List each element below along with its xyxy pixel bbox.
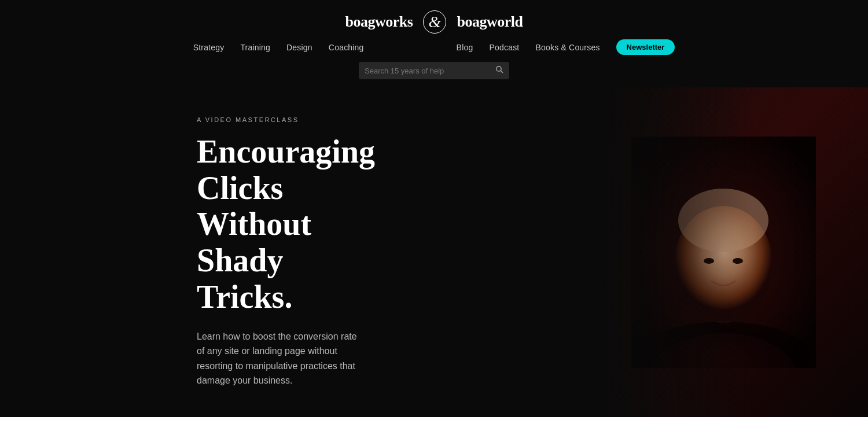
ampersand-divider: & <box>423 10 446 34</box>
hero-title: Encouraging Clicks Without Shady Tricks. <box>197 134 359 315</box>
logos-row: boagworks & boagworld <box>0 10 868 34</box>
content-section: The ideal course for designers, marketer… <box>0 417 868 442</box>
search-input[interactable] <box>365 67 495 75</box>
svg-point-7 <box>704 258 714 264</box>
nav-design[interactable]: Design <box>286 43 312 52</box>
nav-books-courses[interactable]: Books & Courses <box>535 43 599 52</box>
boagworks-logo[interactable]: boagworks <box>345 13 413 31</box>
nav-left-group: Strategy Training Design Coaching <box>193 43 364 52</box>
hero-image <box>579 87 868 417</box>
hero-section: A VIDEO MASTERCLASS Encouraging Clicks W… <box>0 87 868 417</box>
svg-point-8 <box>733 258 743 264</box>
person-silhouette <box>631 137 816 368</box>
hero-person-image <box>613 87 833 417</box>
search-row <box>0 62 868 79</box>
hero-subtitle: Learn how to boost the conversion rate o… <box>197 329 359 388</box>
svg-rect-4 <box>711 299 736 327</box>
main-nav: Strategy Training Design Coaching Blog P… <box>0 39 868 55</box>
search-bar[interactable] <box>359 62 509 79</box>
nav-blog[interactable]: Blog <box>457 43 473 52</box>
site-header: boagworks & boagworld Strategy Training … <box>0 0 868 87</box>
svg-point-6 <box>678 189 768 252</box>
svg-line-1 <box>501 71 503 73</box>
hero-content: A VIDEO MASTERCLASS Encouraging Clicks W… <box>0 87 359 417</box>
nav-coaching[interactable]: Coaching <box>329 43 364 52</box>
boagworld-logo[interactable]: boagworld <box>457 13 523 31</box>
nav-right-group: Blog Podcast Books & Courses Newsletter <box>457 39 675 55</box>
search-icon <box>495 65 503 76</box>
hero-eyebrow: A VIDEO MASTERCLASS <box>197 116 359 123</box>
nav-training[interactable]: Training <box>240 43 270 52</box>
svg-rect-2 <box>631 137 816 368</box>
nav-podcast[interactable]: Podcast <box>489 43 519 52</box>
newsletter-button[interactable]: Newsletter <box>616 39 675 55</box>
nav-strategy[interactable]: Strategy <box>193 43 225 52</box>
